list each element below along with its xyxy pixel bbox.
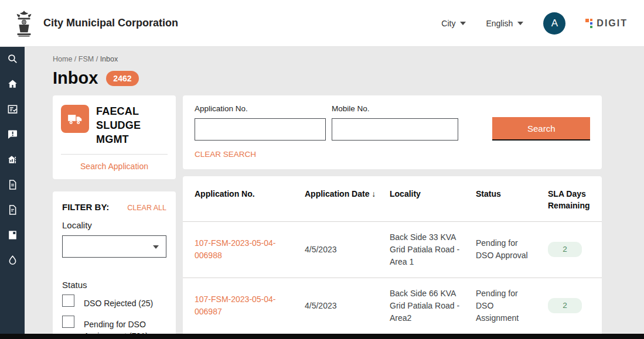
date-cell: 4/5/2023 <box>305 244 390 256</box>
digit-brand-text: DIGIT <box>597 18 628 29</box>
window-bottom-edge <box>0 334 644 339</box>
fsm-truck-icon <box>61 105 89 133</box>
national-emblem-logo <box>13 9 35 37</box>
breadcrumb-fsm[interactable]: FSM <box>79 55 94 63</box>
page-title: Inbox <box>53 69 98 88</box>
column-header: Status <box>476 188 548 212</box>
status-filter-list: DSO Rejected (25)Pending for DSO Assignm… <box>62 295 166 339</box>
ledger-icon[interactable] <box>6 229 18 241</box>
checkbox[interactable] <box>62 295 74 307</box>
divider <box>61 154 168 155</box>
sla-cell: 2 <box>548 242 592 257</box>
column-header-label: Locality <box>390 189 421 198</box>
mobile-no-label: Mobile No. <box>332 104 458 113</box>
filter-by-heading: FILTER BY: <box>62 202 109 212</box>
left-nav-sidebar <box>0 47 25 339</box>
org-title: City Municipal Corporation <box>43 17 178 29</box>
digit-brand-logo: DIGIT <box>585 18 628 29</box>
tasks-icon[interactable] <box>6 103 18 115</box>
sort-desc-icon[interactable]: ↓ <box>369 189 376 198</box>
status-filter-label: Status <box>62 280 166 290</box>
column-header: Application Date ↓ <box>305 188 390 212</box>
search-panel: Application No. Mobile No. Search CLEAR … <box>183 95 602 169</box>
city-selector-label: City <box>441 19 455 28</box>
water-drop-icon[interactable] <box>6 254 18 266</box>
breadcrumb-separator: / <box>74 55 76 63</box>
top-header-bar: City Municipal Corporation City English … <box>0 0 644 47</box>
city-selector[interactable]: City <box>441 19 466 28</box>
table-header-row: Application No.Application Date ↓Localit… <box>183 176 602 221</box>
table-row: 107-FSM-2023-05-04-0069884/5/2023Back Si… <box>183 221 602 278</box>
property-icon[interactable] <box>6 153 18 165</box>
search-icon[interactable] <box>6 53 18 64</box>
breadcrumb: Home / FSM / Inbox <box>53 55 644 63</box>
sla-badge: 2 <box>548 242 582 257</box>
home-icon[interactable] <box>6 78 18 90</box>
column-header: Locality <box>390 188 476 212</box>
clear-all-link[interactable]: CLEAR ALL <box>127 204 166 212</box>
language-selector-label: English <box>486 19 513 28</box>
clear-search-link[interactable]: CLEAR SEARCH <box>195 150 256 159</box>
chevron-down-icon <box>517 22 523 25</box>
table-row: 107-FSM-2023-05-04-0069874/5/2023Back Si… <box>183 278 602 334</box>
column-header: SLA Days Remaining <box>548 188 601 212</box>
locality-select[interactable] <box>62 235 166 258</box>
language-selector[interactable]: English <box>486 19 523 28</box>
column-header-label: Status <box>476 189 501 198</box>
chevron-down-icon <box>153 245 159 249</box>
document-icon-2[interactable] <box>6 204 18 215</box>
breadcrumb-separator: / <box>96 55 98 63</box>
sla-badge: 2 <box>548 298 582 313</box>
inbox-table: Application No.Application Date ↓Localit… <box>183 176 602 339</box>
column-header-label: Application Date <box>305 189 369 198</box>
search-button[interactable]: Search <box>492 117 590 141</box>
application-no-input[interactable] <box>195 118 326 141</box>
application-link[interactable]: 107-FSM-2023-05-04-006987 <box>195 295 276 316</box>
application-link[interactable]: 107-FSM-2023-05-04-006988 <box>195 238 276 260</box>
mobile-no-input[interactable] <box>332 118 458 141</box>
breadcrumb-home[interactable]: Home <box>53 55 72 63</box>
module-title: FAECAL SLUDGE MGMT <box>96 105 155 146</box>
document-icon[interactable] <box>6 179 18 190</box>
avatar-initial: A <box>551 18 558 29</box>
breadcrumb-inbox: Inbox <box>100 55 118 63</box>
main-content: Home / FSM / Inbox Inbox 2462 FAECAL SLU… <box>25 47 644 339</box>
column-header-label: SLA Days Remaining <box>548 189 590 210</box>
status-option-label: DSO Rejected (25) <box>84 295 166 309</box>
table-body: 107-FSM-2023-05-04-0069884/5/2023Back Si… <box>183 221 602 339</box>
user-avatar[interactable]: A <box>543 12 565 35</box>
date-cell: 4/5/2023 <box>305 300 390 312</box>
locality-cell: Back Side 66 KVA Grid Patiala Road - Are… <box>390 287 476 324</box>
status-cell: Pending for DSO Assignment <box>476 287 548 324</box>
locality-cell: Back Side 33 KVA Grid Patiala Road - Are… <box>390 231 476 268</box>
sla-cell: 2 <box>548 298 592 313</box>
checkbox[interactable] <box>62 316 74 328</box>
status-option[interactable]: DSO Rejected (25) <box>62 295 166 309</box>
application-no-cell: 107-FSM-2023-05-04-006987 <box>195 293 305 318</box>
application-no-cell: 107-FSM-2023-05-04-006988 <box>195 237 305 262</box>
column-header-label: Application No. <box>195 189 255 198</box>
locality-filter-label: Locality <box>62 220 166 230</box>
complaint-icon[interactable] <box>6 128 18 140</box>
application-no-label: Application No. <box>195 104 326 113</box>
module-card: FAECAL SLUDGE MGMT Search Application <box>53 95 176 179</box>
column-header: Application No. <box>195 188 305 212</box>
filter-panel: FILTER BY: CLEAR ALL Locality Status DSO… <box>53 191 176 339</box>
digit-mark-icon <box>585 18 593 28</box>
chevron-down-icon <box>460 22 466 25</box>
inbox-count-badge: 2462 <box>106 71 138 86</box>
search-application-link[interactable]: Search Application <box>61 162 168 171</box>
status-cell: Pending for DSO Approval <box>476 237 548 262</box>
